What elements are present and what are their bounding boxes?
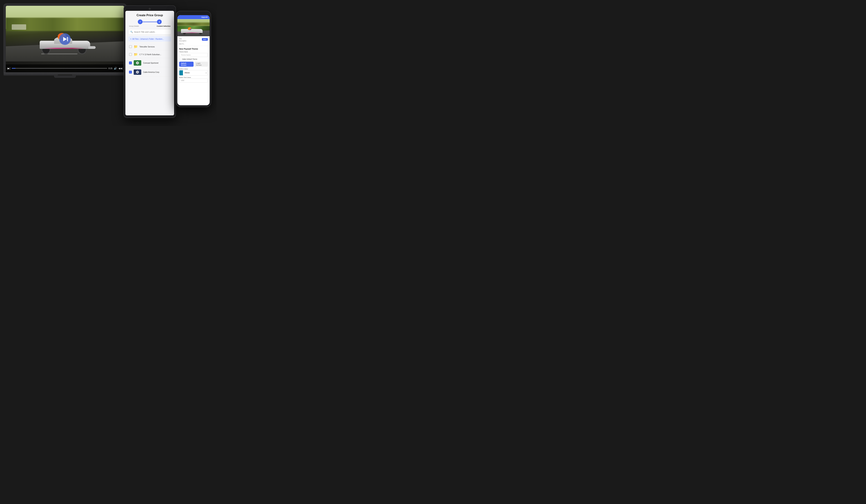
file-list: 📁 Telecafter Services 📁 C T V 13 North S… bbox=[128, 43, 171, 77]
video-background: 8 bbox=[6, 6, 124, 72]
thumb-play-icon bbox=[136, 61, 139, 64]
laptop-stand bbox=[54, 76, 76, 78]
file-checkbox-2[interactable] bbox=[129, 53, 132, 56]
phone-content: Title Description BUY Add To... New Payw… bbox=[177, 36, 210, 85]
time-display: 0:15 bbox=[109, 67, 112, 69]
play-button[interactable] bbox=[59, 33, 71, 45]
breadcrumb[interactable]: − All Files › Johanna's Folder › Random.… bbox=[128, 36, 171, 42]
button-colour-swatch bbox=[179, 70, 183, 75]
list-item[interactable]: Comcast Sportsnet bbox=[128, 59, 171, 67]
tab-splash-screen[interactable]: Splash Screen bbox=[179, 62, 193, 67]
thumb-play-icon bbox=[136, 71, 139, 73]
make-default-label: Make Default Theme bbox=[182, 58, 197, 60]
folder-icon: 📁 bbox=[134, 53, 138, 56]
tablet-device: Create Price Group ✓ 2 Group Details Con… bbox=[124, 5, 176, 118]
step-1-label: Group Details bbox=[129, 25, 139, 27]
laptop-body: 8 bbox=[3, 4, 126, 73]
file-name-2: C T V 13 North Suburban... bbox=[140, 54, 161, 56]
step-line bbox=[143, 22, 157, 22]
progress-fill bbox=[12, 68, 15, 69]
screen-tabs: Splash Screen Login Screen bbox=[179, 62, 208, 67]
search-bar[interactable]: 🔍 bbox=[128, 29, 171, 35]
tablet-body: Create Price Group ✓ 2 Group Details Con… bbox=[124, 5, 176, 118]
laptop-screen: 8 bbox=[6, 6, 124, 72]
list-item[interactable]: Cable America Corp bbox=[128, 68, 171, 77]
list-item[interactable]: 📁 C T V 13 North Suburban... bbox=[128, 51, 171, 58]
file-checkbox-3[interactable] bbox=[129, 61, 132, 64]
video-thumbnail-3 bbox=[134, 60, 141, 66]
make-default-checkbox[interactable] bbox=[179, 58, 181, 60]
laptop-base bbox=[3, 73, 126, 76]
breadcrumb-minus-icon: − bbox=[130, 37, 132, 41]
page-title: Create Price Group bbox=[128, 14, 171, 17]
file-name-3: Comcast Sportsnet bbox=[143, 62, 158, 64]
button-colour-label: Button Colour bbox=[179, 68, 208, 70]
rewind-button[interactable]: ◀◀ bbox=[118, 67, 122, 70]
make-default-row[interactable]: Make Default Theme bbox=[179, 58, 208, 60]
play-pause-button[interactable]: ▶| bbox=[8, 67, 10, 70]
phone-device: Upgrade bbox=[176, 11, 211, 107]
video-thumbnail-4 bbox=[134, 69, 141, 75]
phone-topbar: Upgrade bbox=[177, 15, 210, 19]
step-2-label: Content Selection bbox=[157, 25, 170, 27]
tablet-screen: Create Price Group ✓ 2 Group Details Con… bbox=[125, 11, 174, 115]
volume-button[interactable]: 🔊 bbox=[114, 67, 117, 70]
button-colour-arrow-icon: ▾ bbox=[204, 72, 208, 74]
progress-bar[interactable] bbox=[12, 68, 107, 69]
upgrade-label[interactable]: Upgrade bbox=[201, 16, 208, 18]
file-checkbox-4[interactable] bbox=[129, 71, 132, 73]
theme-name-label: Theme Name bbox=[179, 51, 208, 53]
phone-car bbox=[181, 26, 204, 35]
phone-title-row: Title Description BUY bbox=[179, 38, 208, 42]
add-to-label: Add To... bbox=[179, 43, 208, 45]
breadcrumb-text: All Files › Johanna's Folder › Random... bbox=[132, 38, 164, 40]
play-icon bbox=[63, 37, 67, 41]
file-checkbox-1[interactable] bbox=[129, 45, 132, 48]
play-skip-icon bbox=[62, 37, 68, 41]
video-controls-bar: ▶| 0:15 🔊 ◀◀ bbox=[6, 64, 124, 72]
buy-button[interactable]: BUY bbox=[202, 38, 208, 41]
laptop-notch bbox=[58, 75, 72, 76]
phone-video-thumbnail bbox=[177, 19, 210, 36]
skip-icon bbox=[67, 37, 68, 41]
button-colour-picker[interactable]: #ff8990 ▾ bbox=[179, 70, 208, 76]
paywall-section-title: New Paywall Theme bbox=[179, 48, 208, 50]
description-field-label: Description bbox=[179, 40, 186, 42]
laptop-device: 8 bbox=[3, 4, 126, 78]
button-colour-value: #ff8990 bbox=[183, 72, 204, 74]
divider bbox=[179, 46, 208, 46]
phone-car-body bbox=[181, 29, 203, 33]
button-text-colour-label: Button Text Colour bbox=[179, 77, 208, 78]
file-name-4: Cable America Corp bbox=[143, 71, 159, 73]
step-2-circle: 2 bbox=[157, 20, 162, 24]
phone-screen: Upgrade bbox=[177, 15, 210, 105]
theme-name-input[interactable]: Theme Name bbox=[179, 53, 208, 57]
stepper: ✓ 2 bbox=[128, 20, 171, 24]
file-name-1: Telecafter Services bbox=[140, 46, 155, 48]
search-input[interactable] bbox=[134, 31, 159, 33]
search-icon: 🔍 bbox=[130, 31, 133, 33]
tablet-camera bbox=[149, 8, 151, 10]
phone-body: Upgrade bbox=[176, 11, 211, 107]
phone-notch bbox=[188, 13, 199, 14]
car-nose bbox=[88, 46, 96, 49]
title-field-label: Title bbox=[179, 38, 186, 40]
step-labels: Group Details Content Selection bbox=[128, 25, 171, 27]
tab-login-screen[interactable]: Login Screen bbox=[194, 62, 208, 67]
list-item[interactable]: 📁 Telecafter Services bbox=[128, 43, 171, 50]
button-text-colour-input[interactable]: #ffffff bbox=[179, 79, 208, 82]
folder-icon: 📁 bbox=[134, 45, 138, 49]
step-1-circle: ✓ bbox=[138, 20, 143, 24]
